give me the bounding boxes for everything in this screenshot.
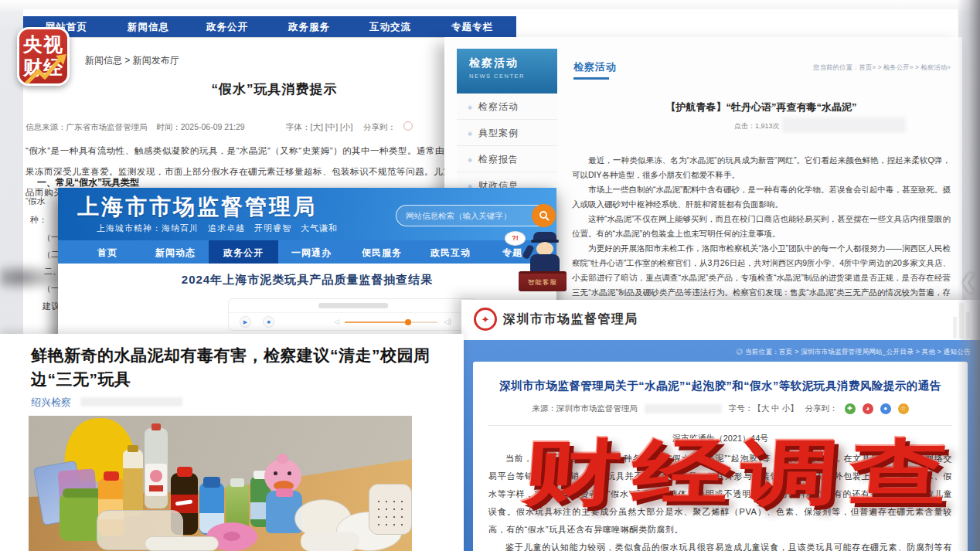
- shenzhen-header: ✦ 深圳市市场监督管理局: [461, 300, 980, 340]
- body-fragment: （一: [43, 232, 60, 243]
- article-byline[interactable]: 绍兴检察: [31, 396, 71, 410]
- bullet-icon: ◉: [468, 104, 473, 110]
- duck-eye: [288, 471, 291, 475]
- speaker-icon: ◁): [444, 318, 451, 325]
- speaker-icon: ◁: [334, 318, 339, 325]
- assistant-mascot[interactable]: ?! 智能客服: [505, 222, 573, 293]
- site-name: 深圳市市场监督管理局: [503, 311, 638, 328]
- stop-icon: ■: [267, 319, 270, 325]
- font-size-switcher[interactable]: 字号：【大 中 小】: [729, 403, 798, 414]
- sidebar-item-reports[interactable]: ◉检察报告: [457, 146, 557, 172]
- play-button[interactable]: ▶: [240, 316, 251, 328]
- share-label: 分享到：: [363, 122, 396, 133]
- sidebar-title: 检察活动: [469, 56, 557, 70]
- mascot-podium: 智能客服: [519, 271, 567, 291]
- blurred-meta: [782, 117, 906, 133]
- tab-activities[interactable]: 检察活动: [573, 60, 617, 74]
- gov-emblem-icon: ✦: [474, 308, 497, 331]
- sh-nav-interact[interactable]: 政民互动: [430, 247, 471, 260]
- bottle-cap: [203, 477, 220, 488]
- breadcrumb[interactable]: ◎ 当前位置：首页 > 深圳市市场监督管理局网站_公开目录 > 其他 > 通知公…: [737, 348, 971, 357]
- duck-topknot: [277, 454, 288, 464]
- share-label: 分享到：: [805, 403, 838, 414]
- bottle-cap: [151, 423, 161, 430]
- site-slogan: 上海城市精神：海纳百川 追求卓越 开明睿智 大气谦和: [97, 223, 338, 234]
- building-watermark-icon: [951, 303, 971, 338]
- sidebar-item-activities[interactable]: ◉检察活动: [457, 94, 557, 120]
- search-icon: [539, 210, 550, 221]
- weibo-share-icon[interactable]: ◕: [863, 403, 873, 414]
- tv-news-frame: 网站首页 新闻信息 政务公开 政务服务 互动交流 专题专栏 新闻信息 > 新闻发…: [0, 0, 980, 551]
- bottle-cap: [128, 445, 138, 452]
- share-icon[interactable]: [403, 121, 413, 131]
- toys-photo: [29, 416, 412, 551]
- gd-nav-special[interactable]: 专题专栏: [451, 21, 493, 34]
- notice-meta: 来源：深圳市市场监督管理局 字号：【大 中 小】 分享到： ✚ ◕ ● ☆: [473, 403, 968, 414]
- clear-cups: [145, 536, 219, 551]
- container-label: [375, 498, 406, 525]
- article-title: 鲜艳新奇的水晶泥却有毒有害，检察建议“清走”校园周边“三无”玩具: [31, 343, 439, 391]
- chevron-left-icon[interactable]: ❮: [961, 270, 976, 292]
- body-fragment: （二: [43, 249, 60, 260]
- wechat-share-icon[interactable]: ✚: [845, 403, 856, 414]
- gd-nav-service[interactable]: 政务服务: [288, 21, 330, 34]
- meta-source: 来源：深圳市市场监督管理局: [532, 403, 638, 414]
- guangdong-nav-bar: 网站首页 新闻信息 政务公开 政务服务 互动交流 专题专栏: [23, 16, 516, 37]
- paragraph: 市场上一些自制的“水晶泥”配料中含有硼砂，是一种有毒的化学物。若误食会引起中毒，…: [572, 182, 951, 212]
- sh-nav-service[interactable]: 便民服务: [362, 247, 402, 260]
- slime-container: [301, 532, 359, 551]
- rising-arrow-icon: [22, 53, 70, 86]
- click-count: 点击：1,913次: [734, 121, 780, 131]
- blurred-date: [645, 404, 722, 413]
- qq-share-icon[interactable]: ●: [880, 403, 891, 414]
- play-icon: ▶: [243, 319, 247, 325]
- bottle-cap: [177, 467, 192, 477]
- article-title: 2024年上海市泥类玩具产品质量监督抽查结果: [58, 273, 556, 287]
- duck-bow: [276, 488, 293, 497]
- duck-eye: [274, 471, 277, 475]
- window-shaoxing-article: 鲜艳新奇的水晶泥却有毒有害，检察建议“清走”校园周边“三无”玩具 绍兴检察: [0, 334, 464, 551]
- location-pin-icon: ◎: [737, 348, 745, 355]
- tab-underline: [573, 77, 609, 80]
- label-art: [149, 485, 163, 491]
- site-name: 上海市市场监督管理局: [77, 192, 317, 222]
- gold-bottle: [123, 450, 143, 516]
- sidebar-subtitle: NEWS CENTER: [469, 73, 557, 80]
- procuratorate-sidebar: 检察活动 NEWS CENTER ◉检察活动 ◉典型案例 ◉检察报告 ◉财政信息: [457, 49, 557, 199]
- sidebar-item-cases[interactable]: ◉典型案例: [457, 120, 557, 146]
- divider: [229, 312, 476, 313]
- body-fragment: “假水: [26, 196, 46, 207]
- stop-button[interactable]: ■: [263, 316, 274, 328]
- font-size-switcher[interactable]: 字体：[大] [中] [小]: [286, 122, 352, 133]
- sh-nav-open-active[interactable]: 政务公开: [223, 247, 264, 260]
- body-fragment: 建议: [43, 301, 60, 312]
- breadcrumb[interactable]: 新闻信息 > 新闻发布厅: [85, 54, 179, 67]
- window-shadow: [0, 263, 66, 292]
- sh-nav-onestop[interactable]: 一网通办: [291, 247, 332, 260]
- gd-nav-open[interactable]: 政务公开: [206, 21, 248, 34]
- volume-fill: [345, 321, 408, 323]
- sh-nav-news[interactable]: 新闻动态: [155, 247, 196, 260]
- breadcrumb[interactable]: 您当前的位置：首页» > 检务公开» > 检察活动»: [813, 63, 951, 73]
- sh-nav-home[interactable]: 首页: [97, 247, 117, 260]
- body-fragment: 种：: [30, 214, 47, 226]
- shanghai-nav-bar: 首页 新闻动态 政务公开 一网通办 便民服务 政民互动 专题: [58, 240, 556, 264]
- speech-bubble: ?!: [505, 231, 526, 246]
- label-art: [150, 470, 162, 482]
- shanghai-header: 上海市市场监督管理局 上海城市精神：海纳百川 追求卓越 开明睿智 大气谦和 网站…: [58, 188, 556, 240]
- bottle-cap: [104, 471, 119, 481]
- paragraph: 最近，一种类似果冻、名为“水晶泥”的玩具成为新晋“网红”。它们看起来颜色鲜艳，捏…: [572, 153, 951, 182]
- bullet-icon: ◉: [468, 157, 473, 162]
- article-meta-source: 信息来源：广东省市场监督管理局 时间：2025-06-09 21:29: [26, 122, 245, 133]
- notice-title: 深圳市市场监督管理局关于“水晶泥”“起泡胶”和“假水”等软泥玩具消费风险提示的通…: [496, 379, 944, 393]
- gd-nav-news[interactable]: 新闻信息: [128, 21, 169, 34]
- cctv-finance-logo: 央视 财经: [17, 27, 70, 86]
- paragraph: 鉴于儿童的认知能力较弱，类似食品的假水玩具很容易造成儿童误食，且该类玩具可能存在…: [488, 539, 952, 551]
- bottle-cap: [230, 478, 244, 487]
- gd-nav-interact[interactable]: 互动交流: [369, 21, 411, 34]
- volume-knob[interactable]: [405, 319, 411, 325]
- article-title: 【护航青春】“牡丹心语”再查有毒“水晶泥”: [572, 100, 951, 114]
- paragraph: 这种“水晶泥”不仅在网上能够买到，而且在校门口商店也能轻易买到，甚至摆在一些文具…: [572, 212, 951, 241]
- blurred-meta: [80, 397, 182, 406]
- qzone-share-icon[interactable]: ☆: [898, 403, 909, 414]
